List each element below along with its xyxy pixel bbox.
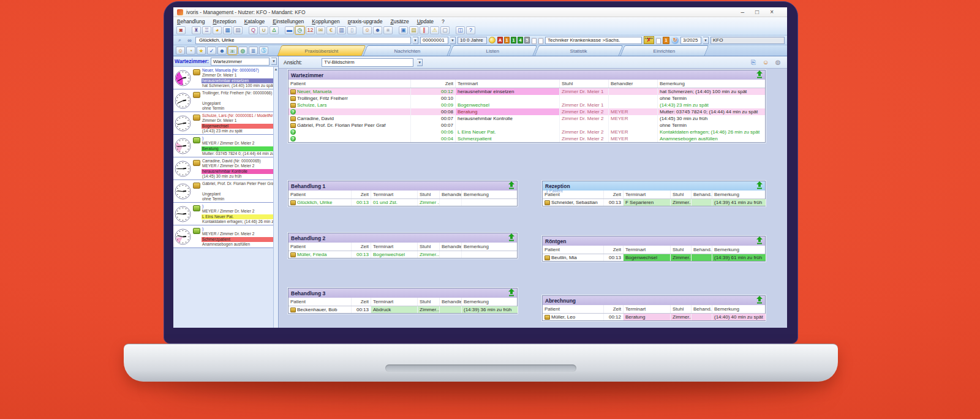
waiting-card[interactable]: Gábriel, Prof. Dr. Florian Peter Peer Gr… (173, 180, 274, 203)
column-header-zeit[interactable]: Zeit (352, 298, 371, 306)
menu-item-update[interactable]: Update (417, 18, 434, 25)
waiting-room-select-arrow[interactable]: ▼ (271, 58, 277, 65)
cabinet-icon[interactable]: ▯ (347, 26, 356, 34)
task-check-icon[interactable]: ✓ (207, 47, 216, 55)
send-up-icon[interactable] (756, 181, 763, 191)
statistic-pie-icon[interactable]: ◕ (213, 26, 222, 34)
help-icon[interactable]: ? (466, 26, 475, 34)
column-header-patient[interactable]: Patient (543, 246, 604, 254)
column-header-terminart[interactable]: Terminart (624, 246, 671, 254)
menu-item-einstellungen[interactable]: Einstellungen (273, 18, 304, 25)
table-row[interactable]: Beckenhauer, Bob00:13AbdruckZimmer...(14… (288, 306, 517, 313)
planner-icon[interactable]: ▦ (223, 26, 232, 34)
globe-icon[interactable]: ◍ (238, 47, 247, 55)
column-header-zeit[interactable]: Zeit (352, 243, 371, 251)
column-header-patient[interactable]: Patient (288, 243, 352, 251)
column-header-stuhl[interactable]: Stuhl (560, 80, 609, 88)
column-header-patient[interactable]: Patient (543, 305, 604, 313)
quarter-field[interactable]: 3/2025 (680, 37, 701, 44)
tab-listen[interactable]: Listen (449, 45, 538, 56)
quarter-dropdown[interactable]: ▼ (703, 37, 709, 44)
table-row[interactable]: ?00:08BeratungZimmer Dr. Meier 2MEYERMut… (288, 108, 765, 115)
lab-icon[interactable]: Δ (270, 26, 279, 34)
minimize-button[interactable]: – (741, 9, 745, 15)
statistic-badge[interactable]: 1 (663, 37, 669, 44)
euro-icon[interactable]: € (326, 26, 336, 34)
column-header-bemerkung[interactable]: Bemerkung (658, 80, 766, 88)
patient-search-dropdown[interactable]: ▼ (413, 37, 418, 44)
column-header-behandler[interactable]: Behand... (692, 305, 712, 313)
column-header-zeit[interactable]: Zeit (604, 246, 624, 254)
phone-timer-icon[interactable]: ☏ (228, 47, 237, 55)
pen-red-icon[interactable]: ∥ (420, 26, 429, 34)
print-icon[interactable]: ≡ (383, 26, 393, 34)
menu-item-rezeption[interactable]: Rezeption (213, 18, 236, 25)
search-icon[interactable]: ⌕ (176, 37, 184, 44)
form-icon[interactable]: ▤ (233, 26, 243, 34)
patient-search-field[interactable] (195, 37, 411, 44)
send-up-icon[interactable] (508, 289, 514, 298)
image-icon[interactable]: ▣ (399, 26, 408, 34)
column-header-terminart[interactable]: Terminart (624, 305, 671, 313)
column-header-terminart[interactable]: Terminart (456, 80, 560, 88)
menu-item-praxis-upgrade[interactable]: praxis-upgrade (348, 18, 383, 25)
waiting-card[interactable]: Trollinger, Fritz Freiherr (Nr: 00000066… (173, 89, 274, 112)
calendar-icon[interactable]: 12 (306, 26, 315, 34)
column-header-zeit[interactable]: Zeit (604, 305, 624, 313)
column-header-stuhl[interactable]: Stuhl (671, 191, 692, 198)
recall-clock-icon[interactable]: ◔ (186, 47, 195, 55)
table-row[interactable]: ?00:04SchmerzpatientZimmer Dr. Meier 2ME… (288, 135, 765, 142)
column-header-stuhl[interactable]: Stuhl (671, 305, 692, 313)
menu-item-zus-tze[interactable]: Zusätze (390, 18, 409, 25)
menu-item-behandlung[interactable]: Behandlung (177, 18, 205, 25)
column-header-bemerkung[interactable]: Bemerkung (462, 243, 518, 251)
table-row[interactable]: Trollinger, Fritz Freiherr00:10ohne Term… (288, 95, 765, 102)
column-header-patient[interactable]: Patient (288, 191, 352, 198)
table-row[interactable]: Müller, Leo00:12BeratungZimmer...(14:40)… (543, 314, 765, 320)
contacts-icon[interactable]: ☻ (217, 47, 227, 55)
waiting-room-select[interactable]: Wartezimmer (211, 58, 270, 66)
column-header-behandler[interactable]: Behandler (609, 80, 658, 88)
table-row[interactable]: Gábriel, Prof. Dr. Florian Peter Peer Gr… (288, 122, 765, 129)
column-header-behandler[interactable]: Behand... (692, 246, 712, 254)
team-icon[interactable]: ☻ (373, 26, 382, 34)
send-up-icon[interactable] (508, 233, 514, 243)
patient-search-input[interactable] (198, 37, 409, 43)
column-header-bemerkung[interactable]: Bemerkung (712, 305, 766, 313)
patient-forward-icon[interactable]: ☺ (761, 58, 770, 66)
send-up-icon[interactable] (756, 236, 763, 246)
column-header-behandler[interactable]: Behandler (440, 243, 462, 251)
column-header-bemerkung[interactable]: Bemerkung (462, 298, 518, 306)
column-header-terminart[interactable]: Terminart (624, 191, 671, 198)
view-select-arrow[interactable]: ▼ (417, 59, 423, 66)
column-header-behandler[interactable]: Behandler (440, 298, 462, 306)
save-icon[interactable]: ◫ (456, 26, 465, 34)
close-button[interactable]: × (770, 9, 774, 15)
column-header-stuhl[interactable]: Stuhl (671, 246, 692, 254)
kasse-icon[interactable]: KASSE (644, 36, 654, 44)
patient-number-field[interactable]: 00000001 (420, 37, 448, 44)
table-row[interactable]: Schneider, Sebastian00:13F SeparierenZim… (543, 199, 765, 206)
note-icon[interactable]: ▤ (409, 26, 418, 34)
favorites-star-icon[interactable]: ★ (197, 47, 206, 55)
column-header-bemerkung[interactable]: Bemerkung (712, 191, 766, 198)
settings-icon[interactable]: ◍ (774, 58, 782, 66)
column-header-behandler[interactable]: Behand... (692, 191, 712, 198)
sidebar-scrollbar[interactable]: ▲ (273, 67, 278, 328)
table-row[interactable]: Neuer, Manuela00:12herausnehmbar einsetz… (288, 88, 765, 95)
column-header-terminart[interactable]: Terminart (371, 243, 418, 251)
search-icon[interactable]: Q (249, 26, 258, 34)
column-header-bemerkung[interactable]: Bemerkung (712, 246, 766, 254)
column-header-stuhl[interactable]: Stuhl (418, 298, 440, 306)
column-header-stuhl[interactable]: Stuhl (418, 191, 440, 198)
patient-number-dropdown[interactable]: ▼ (450, 37, 456, 44)
maximize-button[interactable]: □ (755, 9, 759, 15)
mail-icon[interactable]: ✉ (316, 26, 325, 34)
archive-drawer-icon[interactable]: ▬ (285, 26, 294, 34)
waiting-card[interactable]: Neuer, Manuela (Nr: 00000067)Zimmer Dr. … (173, 67, 274, 89)
waiting-card[interactable]: Carradine, David (Nr: 00000065)MEYER / Z… (173, 157, 274, 180)
report-refresh-icon[interactable]: ⎘ (749, 58, 758, 66)
tab-statistik[interactable]: Statistik (535, 45, 624, 56)
refresh-circle-icon[interactable]: ↻ (671, 37, 679, 44)
column-header-zeit[interactable]: Zeit (604, 191, 624, 198)
